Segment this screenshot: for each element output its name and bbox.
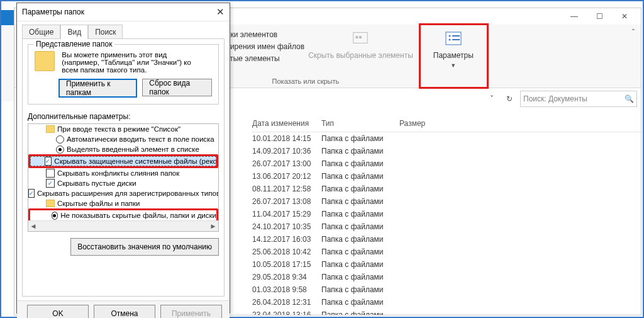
advanced-label: Дополнительные параметры: bbox=[28, 112, 219, 121]
scroll-right-icon[interactable]: ► bbox=[208, 222, 218, 230]
folder-icon bbox=[35, 51, 55, 71]
group-title: Представление папок bbox=[33, 40, 114, 48]
col-date[interactable]: Дата изменения bbox=[252, 119, 321, 128]
table-row[interactable]: 01.03.2018 9:58Папка с файлами bbox=[252, 283, 641, 296]
options-button[interactable]: Параметры ▼ bbox=[420, 25, 487, 88]
svg-point-7 bbox=[448, 35, 450, 37]
chevron-down-icon: ▼ bbox=[450, 62, 456, 69]
scroll-left-icon[interactable]: ◄ bbox=[28, 222, 38, 230]
tab-view[interactable]: Вид bbox=[60, 25, 88, 39]
hide-selected-button[interactable]: Скрыть выбранные элементы bbox=[308, 27, 413, 60]
close-button[interactable]: ✕ bbox=[612, 9, 637, 23]
radio-icon[interactable] bbox=[56, 145, 64, 154]
reset-folders-button[interactable]: Сброс вида папок bbox=[142, 79, 212, 96]
restore-defaults-button[interactable]: Восстановить значения по умолчанию bbox=[70, 238, 219, 256]
minimize-button[interactable]: — bbox=[562, 9, 587, 23]
close-icon[interactable]: ✕ bbox=[216, 6, 225, 18]
dialog-title: Параметры папок bbox=[22, 8, 84, 16]
col-size[interactable]: Размер bbox=[399, 119, 450, 128]
table-row[interactable]: 26.07.2017 13:08Папка с файлами bbox=[252, 195, 641, 208]
svg-rect-4 bbox=[356, 36, 358, 38]
table-row[interactable]: 14.09.2017 10:36Папка с файлами bbox=[252, 145, 641, 157]
table-row[interactable]: 26.04.2018 12:31Папка с файлами bbox=[252, 296, 641, 309]
apply-to-folders-button[interactable]: Применить к папкам bbox=[58, 79, 137, 98]
table-row[interactable]: 29.05.2018 9:34Папка с файлами bbox=[252, 271, 641, 283]
checkbox-icon[interactable]: ✓ bbox=[45, 157, 52, 166]
tab-search[interactable]: Поиск bbox=[88, 25, 123, 39]
table-row[interactable]: 13.06.2017 20:12Папка с файлами bbox=[252, 170, 641, 183]
horizontal-scrollbar[interactable]: ◄ ► bbox=[28, 220, 218, 231]
table-row[interactable]: 10.01.2018 14:15Папка с файлами bbox=[252, 132, 641, 145]
checkbox-icon[interactable] bbox=[46, 169, 55, 178]
window-edge bbox=[1, 10, 14, 101]
svg-point-9 bbox=[448, 39, 450, 41]
group-text: Вы можете применить этот вид (например, … bbox=[62, 51, 205, 74]
folder-options-dialog: Параметры папок ✕ Общие Вид Поиск Предст… bbox=[16, 3, 230, 314]
svg-rect-6 bbox=[446, 32, 461, 45]
table-row[interactable]: 26.07.2017 13:00Папка с файлами bbox=[252, 157, 641, 170]
table-row[interactable]: 14.12.2017 16:03Папка с файлами bbox=[252, 233, 641, 246]
search-input[interactable]: Поиск: Документы 🔍 bbox=[520, 91, 637, 107]
folder-views-group: Представление папок Вы можете применить … bbox=[28, 44, 219, 105]
table-row[interactable]: 24.10.2017 10:35Папка с файлами bbox=[252, 220, 641, 233]
maximize-button[interactable]: ☐ bbox=[587, 9, 612, 23]
svg-rect-10 bbox=[452, 39, 460, 40]
search-icon: 🔍 bbox=[625, 94, 634, 103]
table-row[interactable]: 10.05.2018 17:15Папка с файлами bbox=[252, 258, 641, 271]
table-row[interactable]: 11.04.2017 15:29Папка с файлами bbox=[252, 208, 641, 220]
tab-general[interactable]: Общие bbox=[22, 25, 60, 39]
checkbox-icon[interactable]: ✓ bbox=[28, 189, 35, 198]
folder-icon bbox=[46, 200, 55, 207]
table-row[interactable]: 23.04.2018 13:16Папка с файлами bbox=[252, 309, 641, 315]
search-placeholder: Поиск: Документы bbox=[523, 94, 625, 103]
radio-icon[interactable] bbox=[56, 135, 64, 144]
table-row[interactable]: 25.06.2018 10:42Папка с файлами bbox=[252, 246, 641, 258]
col-type[interactable]: Тип bbox=[321, 119, 399, 128]
options-icon bbox=[443, 28, 464, 48]
apply-button[interactable]: Применить bbox=[160, 305, 222, 318]
path-dropdown-button[interactable]: ˅ bbox=[485, 92, 499, 106]
svg-rect-8 bbox=[452, 35, 460, 37]
radio-icon[interactable] bbox=[52, 212, 58, 220]
refresh-button[interactable]: ↻ bbox=[502, 92, 516, 106]
advanced-settings-tree[interactable]: При вводе текста в режиме "Список" Автом… bbox=[28, 123, 219, 232]
table-row[interactable]: 08.11.2017 12:58Папка с файлами bbox=[252, 183, 641, 195]
svg-rect-5 bbox=[360, 36, 362, 38]
hide-selected-icon bbox=[350, 28, 370, 48]
checkbox-icon[interactable]: ✓ bbox=[46, 179, 55, 188]
ribbon-group-show-hide: Показать или скрыть bbox=[198, 76, 413, 86]
ribbon-expand-icon[interactable]: ˆ bbox=[632, 28, 635, 37]
folder-icon bbox=[46, 125, 55, 133]
ok-button[interactable]: OK bbox=[27, 305, 89, 318]
cancel-button[interactable]: Отмена bbox=[94, 305, 155, 318]
file-list[interactable]: Дата изменения Тип Размер 10.01.2018 14:… bbox=[252, 115, 641, 315]
